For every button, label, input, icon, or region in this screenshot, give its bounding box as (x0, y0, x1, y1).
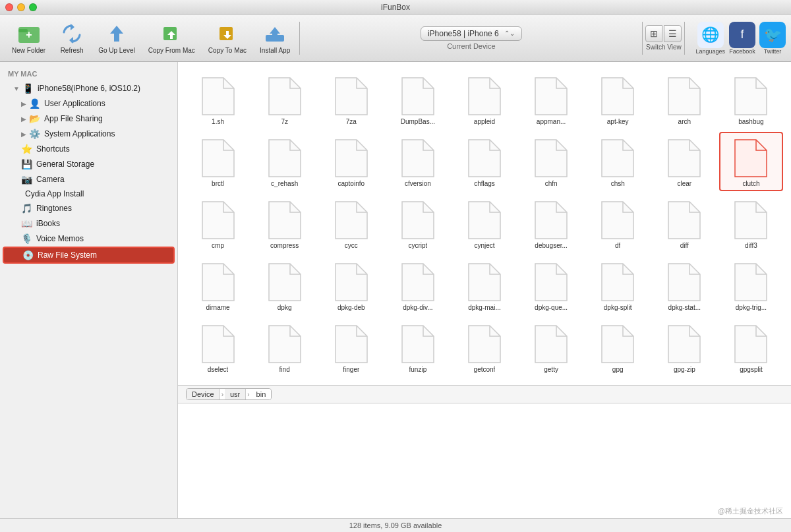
file-item[interactable]: appleid (452, 70, 516, 129)
twitter-button[interactable]: 🐦 (759, 22, 786, 48)
file-item[interactable]: 7z (252, 70, 316, 129)
file-item[interactable]: cynject (452, 194, 516, 253)
file-name: dselect (208, 366, 229, 373)
file-item[interactable]: cycc (319, 194, 383, 253)
file-item[interactable]: cfversion (386, 132, 450, 191)
file-item[interactable]: apt-key (586, 70, 650, 129)
file-name: DumpBas... (401, 118, 435, 125)
sidebar-item-user-apps[interactable]: ▶ 👤 User Applications (3, 96, 175, 111)
sidebar-device[interactable]: ▼ 📱 iPhone58(iPhone 6, iOS10.2) (3, 81, 175, 96)
file-icon (466, 200, 503, 240)
file-item[interactable]: dpkg-mai... (452, 256, 516, 315)
file-item[interactable]: find (252, 318, 316, 377)
file-item[interactable]: chflags (452, 132, 516, 191)
file-item[interactable]: chfn (519, 132, 583, 191)
sidebar-item-general-storage[interactable]: 💾 General Storage (3, 157, 175, 171)
file-icon (266, 76, 303, 116)
go-up-level-button[interactable]: Go Up Level (92, 19, 142, 57)
file-item[interactable]: dpkg-trig... (719, 256, 783, 315)
file-item[interactable]: dpkg (252, 256, 316, 315)
file-item[interactable]: gpgsplit (719, 318, 783, 377)
file-item[interactable]: 7za (319, 70, 383, 129)
file-icon (266, 324, 303, 364)
file-item[interactable]: dpkg-div... (386, 256, 450, 315)
file-item[interactable]: cycript (386, 194, 450, 253)
sidebar-system-apps-icon: ⚙️ (29, 129, 40, 139)
refresh-button[interactable]: Refresh (52, 19, 92, 57)
file-item[interactable]: compress (252, 194, 316, 253)
file-item[interactable]: gpg-zip (653, 318, 717, 377)
grid-view-button[interactable]: ⊞ (645, 25, 662, 42)
sidebar-cydia-label: Cydia App Install (25, 189, 169, 198)
file-item[interactable]: dpkg-stat... (653, 256, 717, 315)
list-view-button[interactable]: ☰ (664, 25, 682, 42)
file-name: gpg-zip (674, 366, 695, 373)
file-item[interactable]: c_rehash (252, 132, 316, 191)
file-item[interactable]: finger (319, 318, 383, 377)
file-icon (666, 262, 703, 302)
close-button[interactable] (5, 3, 13, 11)
file-item[interactable]: chsh (586, 132, 650, 191)
sidebar-item-system-apps[interactable]: ▶ ⚙️ System Applications (3, 127, 175, 141)
file-item[interactable]: diff (653, 194, 717, 253)
maximize-button[interactable] (29, 3, 37, 11)
file-item[interactable]: getty (519, 318, 583, 377)
install-app-button[interactable]: Install App (253, 19, 297, 57)
sidebar-item-cydia[interactable]: Cydia App Install (3, 187, 175, 200)
sidebar-item-app-file-sharing[interactable]: ▶ 📂 App File Sharing (3, 111, 175, 126)
svg-marker-5 (110, 26, 123, 42)
device-selector[interactable]: iPhone58 | iPhone 6 ⌃⌄ (421, 26, 522, 41)
sidebar-camera-icon: 📷 (21, 174, 32, 185)
file-name: clutch (742, 180, 759, 187)
file-item[interactable]: captoinfo (319, 132, 383, 191)
device-name: iPhone58 | iPhone 6 (428, 29, 499, 38)
sidebar-general-storage-label: General Storage (36, 160, 169, 169)
file-item[interactable]: 1.sh (186, 70, 250, 129)
file-item[interactable]: gpg (586, 318, 650, 377)
facebook-button[interactable]: f (729, 22, 755, 48)
sidebar-item-voice-memos[interactable]: 🎙️ Voice Memos (3, 231, 175, 246)
file-item[interactable]: funzip (386, 318, 450, 377)
file-item[interactable]: arch (653, 70, 717, 129)
file-item[interactable]: dpkg-que... (519, 256, 583, 315)
languages-button[interactable]: 🌐 (697, 22, 724, 48)
file-item[interactable]: clutch (719, 132, 783, 191)
sidebar-item-ibooks[interactable]: 📖 iBooks (3, 216, 175, 231)
file-name: getconf (474, 366, 496, 373)
file-item[interactable]: dpkg-deb (319, 256, 383, 315)
sidebar-item-shortcuts[interactable]: ⭐ Shortcuts (3, 142, 175, 156)
file-item[interactable]: getconf (452, 318, 516, 377)
file-icon (599, 76, 636, 116)
title-bar: iFunBox (0, 0, 791, 15)
file-item[interactable]: dirname (186, 256, 250, 315)
main-area: My Mac ▼ 📱 iPhone58(iPhone 6, iOS10.2) ▶… (0, 62, 791, 518)
file-item[interactable]: bashbug (719, 70, 783, 129)
sidebar-item-raw-file-system[interactable]: 💿 Raw File System (3, 247, 175, 264)
sidebar-item-camera[interactable]: 📷 Camera (3, 172, 175, 187)
sidebar-raw-fs-label: Raw File System (38, 251, 168, 260)
breadcrumb-bin: bin (251, 389, 272, 399)
status-text: 128 items, 9.09 GB available (349, 521, 442, 529)
file-name: brctl (212, 180, 224, 187)
file-name: gpg (612, 366, 624, 373)
file-item[interactable]: debugser... (519, 194, 583, 253)
file-icon (333, 200, 370, 240)
file-item[interactable]: cmp (186, 194, 250, 253)
sidebar-item-ringtones[interactable]: 🎵 Ringtones (3, 201, 175, 216)
minimize-button[interactable] (17, 3, 25, 11)
new-folder-button[interactable]: + New Folder (5, 19, 52, 57)
file-name: cycc (345, 242, 358, 249)
file-item[interactable]: clear (653, 132, 717, 191)
file-item[interactable]: dselect (186, 318, 250, 377)
file-item[interactable]: brctl (186, 132, 250, 191)
file-item[interactable]: appman... (519, 70, 583, 129)
file-icon (466, 324, 503, 364)
file-name: chfn (545, 180, 558, 187)
copy-from-mac-button[interactable]: Copy From Mac (142, 19, 202, 57)
file-item[interactable]: dpkg-split (586, 256, 650, 315)
file-item[interactable]: df (586, 194, 650, 253)
sidebar-camera-label: Camera (36, 175, 169, 184)
file-item[interactable]: diff3 (719, 194, 783, 253)
copy-to-mac-button[interactable]: Copy To Mac (202, 19, 253, 57)
file-item[interactable]: DumpBas... (386, 70, 450, 129)
